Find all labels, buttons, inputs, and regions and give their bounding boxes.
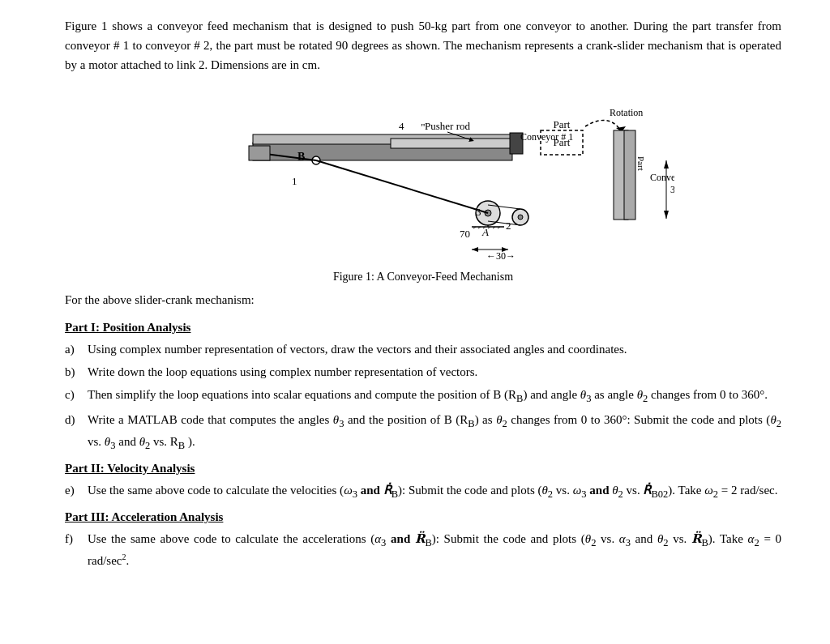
part-i-title: Part I: Position Analysis xyxy=(65,321,781,335)
svg-text:A: A xyxy=(481,226,489,238)
part-ii-section: Part II: Velocity Analysis e) Use the sa… xyxy=(65,462,781,502)
for-text: For the above slider-crank mechanism: xyxy=(65,290,781,309)
svg-text:70: 70 xyxy=(460,228,470,240)
svg-text:Conveyor # 2: Conveyor # 2 xyxy=(650,172,674,183)
svg-text:30: 30 xyxy=(670,184,674,195)
svg-text:2: 2 xyxy=(506,220,511,232)
mechanism-diagram: " Pusher rod Part Part Rotation Conveyor… xyxy=(172,87,674,266)
part-iii-title: Part III: Acceleration Analysis xyxy=(65,510,781,524)
part-i-item-c: c) Then simplify the loop equations into… xyxy=(65,385,781,407)
part-iii-section: Part III: Acceleration Analysis f) Use t… xyxy=(65,510,781,570)
svg-text:Conveyor # 1: Conveyor # 1 xyxy=(520,131,573,143)
figure-caption: Figure 1: A Conveyor-Feed Mechanism xyxy=(333,271,513,284)
figure-container: " Pusher rod Part Part Rotation Conveyor… xyxy=(65,87,781,284)
svg-text:Part: Part xyxy=(636,156,646,171)
svg-text:3: 3 xyxy=(476,206,481,218)
part-i-section: Part I: Position Analysis a) Using compl… xyxy=(65,321,781,454)
svg-text:Part: Part xyxy=(554,118,571,130)
svg-text:1: 1 xyxy=(292,175,297,187)
svg-rect-14 xyxy=(624,130,635,220)
part-i-item-b: b) Write down the loop equations using c… xyxy=(65,362,781,382)
part-ii-item-e: e) Use the same above code to calculate … xyxy=(65,480,781,502)
svg-text:Rotation: Rotation xyxy=(610,107,643,118)
svg-text:4: 4 xyxy=(399,120,404,132)
part-i-item-d: d) Write a MATLAB code that computes the… xyxy=(65,410,781,454)
svg-rect-3 xyxy=(391,139,520,148)
intro-paragraph: Figure 1 shows a conveyor feed mechanism… xyxy=(65,16,781,75)
svg-text:←30→: ←30→ xyxy=(486,250,516,262)
part-iii-item-f: f) Use the same above code to calculate … xyxy=(65,529,781,570)
part-ii-title: Part II: Velocity Analysis xyxy=(65,462,781,476)
svg-rect-0 xyxy=(172,87,674,266)
part-i-item-a: a) Using complex number representation o… xyxy=(65,339,781,359)
svg-point-37 xyxy=(518,215,523,220)
svg-text:B: B xyxy=(297,151,305,163)
svg-rect-44 xyxy=(249,146,270,160)
svg-text:Pusher rod: Pusher rod xyxy=(425,120,470,132)
